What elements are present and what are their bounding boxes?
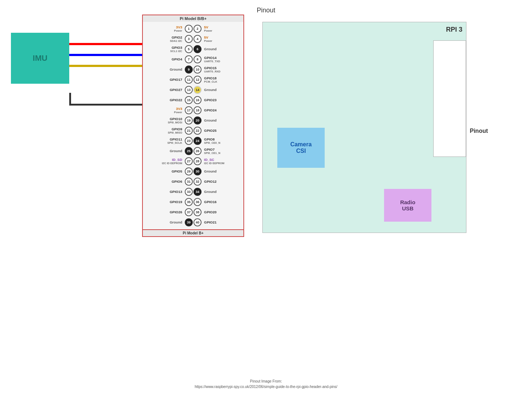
- pin-circle-left: 7: [185, 55, 193, 63]
- table-row: GPIO193536GPIO16: [144, 197, 243, 207]
- table-row: GPIO221516GPIO23: [144, 95, 243, 105]
- pin-circle-right: 20: [193, 116, 202, 124]
- pin-circle-left: 33: [185, 188, 193, 196]
- pin-circle-right: 38: [193, 208, 202, 216]
- pin-circle-left: 29: [185, 167, 193, 175]
- pin-label-right: GPIO7SPI0_CE1_N: [202, 147, 233, 155]
- pin-circle-left: 15: [185, 96, 193, 104]
- pin-circle-left: 27: [185, 157, 193, 165]
- pin-circle-right: 12: [193, 76, 202, 84]
- rpi-pinout-label: Pinout: [470, 128, 488, 134]
- pin-label-left: GPIO9SPI0_MISO: [153, 127, 184, 135]
- pin-circle-right: 26: [193, 147, 202, 155]
- rpi-inner-rect: [433, 40, 466, 157]
- pin-circle-left: 1: [185, 25, 193, 33]
- pin-label-right: GPIO25: [202, 128, 233, 133]
- pin-label-right: Ground: [202, 88, 233, 92]
- table-row: GPIO10SPI0_MOSI1920Ground: [144, 116, 243, 125]
- pin-circle-right: 18: [193, 106, 202, 114]
- pin-label-left: GPIO6: [153, 179, 184, 184]
- pin-circle-right: 4: [193, 35, 202, 43]
- wire-yellow: [69, 65, 146, 67]
- table-row: GPIO263738GPIO20: [144, 207, 243, 217]
- pin-label-left: GPIO4: [153, 57, 184, 62]
- pin-label-right: 5VPower: [202, 35, 233, 43]
- pin-label-left: GPIO5: [153, 169, 184, 174]
- pin-label-right: ID_SCI2C ID EEPROM: [202, 158, 233, 165]
- pinout-header: Pi Model B/B+: [142, 15, 244, 22]
- table-row: GPIO52930Ground: [144, 167, 243, 176]
- table-row: Ground3940GPIO21: [144, 218, 243, 227]
- pin-label-left: 3V3Power: [153, 107, 184, 114]
- pin-label-right: GPIO12: [202, 179, 233, 184]
- table-row: GPIO171112GPIO18PCM_CLK: [144, 75, 243, 84]
- pin-circle-left: 3: [185, 35, 193, 43]
- pin-circle-left: 31: [185, 178, 193, 186]
- pin-label-left: GPIO22: [153, 98, 184, 102]
- rpi-radio-box: RadioUSB: [384, 189, 431, 222]
- pin-label-right: Ground: [202, 118, 233, 123]
- pin-circle-right: 10: [193, 66, 202, 74]
- table-row: 3V3Power125VPower: [144, 24, 243, 33]
- table-row: GPIO11SPI0_SCLK2324GPIO8SPI0_CE0_N: [144, 136, 243, 146]
- camera-label: CameraCSI: [290, 141, 312, 154]
- pin-circle-left: 9: [185, 66, 193, 74]
- pin-label-right: GPIO23: [202, 98, 233, 102]
- table-row: GPIO63132GPIO12: [144, 177, 243, 186]
- table-row: GPIO3SCL1 I2C56Ground: [144, 44, 243, 54]
- pin-circle-left: 5: [185, 45, 193, 53]
- table-row: Ground910GPIO15UART0_RXD: [144, 65, 243, 74]
- pin-label-left: Ground: [153, 220, 184, 225]
- pin-circle-left: 21: [185, 127, 193, 135]
- pin-circle-right: 24: [193, 137, 202, 145]
- pin-label-right: Ground: [202, 169, 233, 174]
- pin-circle-right: 36: [193, 198, 202, 206]
- pin-label-left: GPIO13: [153, 190, 184, 194]
- pin-label-right: GPIO21: [202, 220, 233, 225]
- pin-label-left: GPIO27: [153, 88, 184, 92]
- pin-circle-left: 39: [185, 218, 193, 226]
- pin-label-left: Ground: [153, 149, 184, 153]
- pin-label-right: GPIO16: [202, 200, 233, 204]
- pin-label-right: 5VPower: [202, 25, 233, 33]
- pin-circle-right: 34: [193, 188, 202, 196]
- rpi-camera-box: CameraCSI: [277, 128, 325, 168]
- table-row: GPIO133334Ground: [144, 187, 243, 197]
- imu-label: IMU: [33, 54, 47, 63]
- pin-circle-right: 2: [193, 25, 202, 33]
- pin-label-left: GPIO17: [153, 78, 184, 82]
- pin-label-right: Ground: [202, 47, 233, 51]
- table-row: GPIO9SPI0_MISO2122GPIO25: [144, 126, 243, 135]
- pin-circle-left: 23: [185, 137, 193, 145]
- table-row: Ground2526GPIO7SPI0_CE1_N: [144, 146, 243, 156]
- rpi-label: RPI 3: [446, 26, 462, 33]
- wire-red: [69, 43, 146, 45]
- pin-circle-right: 22: [193, 127, 202, 135]
- wire-ground-horizontal: [69, 104, 146, 106]
- footer-line2: https://www.raspberrypi-spy.co.uk/2012/0…: [195, 385, 337, 389]
- pin-label-left: 3V3Power: [153, 25, 184, 33]
- pin-circle-left: 25: [185, 147, 193, 155]
- page-title: Pinout: [0, 7, 532, 14]
- table-row: 3V3Power1718GPIO24: [144, 106, 243, 115]
- pin-label-left: Ground: [153, 67, 184, 72]
- imu-box: IMU: [11, 33, 69, 84]
- pin-label-right: GPIO24: [202, 108, 233, 112]
- pin-circle-right: 16: [193, 96, 202, 104]
- pin-label-right: GPIO20: [202, 210, 233, 214]
- pin-label-left: GPIO11SPI0_SCLK: [153, 137, 184, 145]
- radio-label: RadioUSB: [400, 199, 415, 211]
- pin-label-right: Ground: [202, 190, 233, 194]
- table-row: GPIO271314Ground: [144, 85, 243, 95]
- pin-label-right: GPIO14UART0_TXD: [202, 56, 233, 63]
- pinout-diagram: Pi Model B/B+ 3V3Power125VPowerGPIO2SDA1…: [142, 15, 244, 237]
- pin-label-right: GPIO18PCM_CLK: [202, 76, 233, 84]
- pin-circle-right: 32: [193, 178, 202, 186]
- pin-circle-right: 40: [193, 218, 202, 226]
- pin-circle-left: 37: [185, 208, 193, 216]
- pin-circle-right: 28: [193, 157, 202, 165]
- pinout-footer: Pi Model B+: [142, 230, 244, 237]
- footer-line1: Pinout Image From:: [250, 379, 282, 383]
- pin-circle-right: 6: [193, 45, 202, 53]
- pin-circle-left: 19: [185, 116, 193, 124]
